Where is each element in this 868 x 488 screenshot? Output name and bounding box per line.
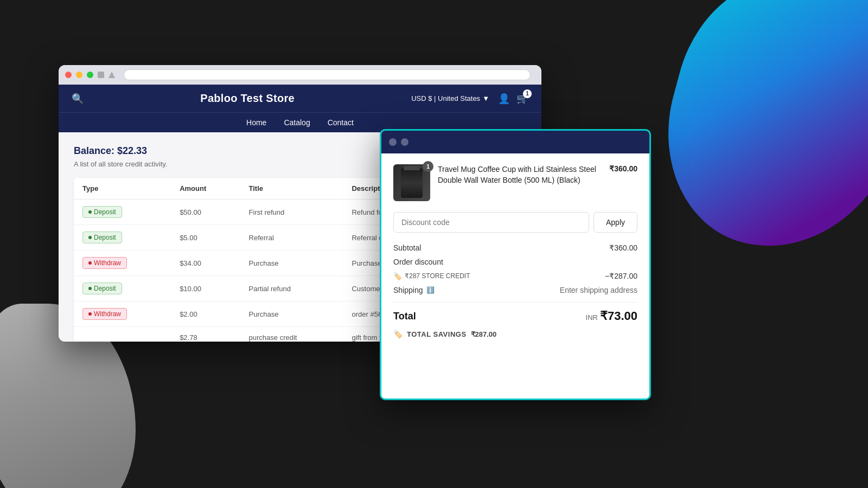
cell-title: First refund xyxy=(240,200,343,225)
cart-icon[interactable]: 🛒 1 xyxy=(516,93,528,105)
cell-type xyxy=(74,327,171,342)
store-header: 🔍 Pabloo Test Store USD $ | United State… xyxy=(59,85,541,112)
titlebar-square xyxy=(98,72,104,78)
product-row: 1 Travel Mug Coffee Cup with Lid Stainle… xyxy=(393,164,637,201)
titlebar-triangle xyxy=(108,72,115,78)
cart-badge: 1 xyxy=(523,89,532,98)
savings-value: ₹287.00 xyxy=(471,330,497,338)
subtotal-row: Subtotal ₹360.00 xyxy=(393,243,637,252)
cell-amount: $50.00 xyxy=(171,200,240,225)
browser-titlebar xyxy=(59,65,541,85)
subtotal-label: Subtotal xyxy=(393,243,421,252)
shipping-label: Shipping ℹ️ xyxy=(393,286,435,294)
subtotal-value: ₹360.00 xyxy=(609,243,637,252)
cell-amount: $10.00 xyxy=(171,276,240,301)
cell-type: Withdraw xyxy=(74,301,171,327)
total-row: Total INR ₹73.00 xyxy=(393,309,637,323)
info-icon: ℹ️ xyxy=(426,286,435,294)
store-navbar: 🔍 Pabloo Test Store USD $ | United State… xyxy=(59,85,541,132)
store-credit-label: 🏷️ ₹287 STORE CREDIT xyxy=(393,272,470,280)
divider xyxy=(393,302,637,303)
savings-label: TOTAL SAVINGS xyxy=(407,330,467,338)
cell-type: Deposit xyxy=(74,225,171,251)
store-credit-value: −₹287.00 xyxy=(605,272,637,280)
cell-type: Deposit xyxy=(74,200,171,225)
cart-dot-2 xyxy=(401,138,409,146)
discount-row: Apply xyxy=(393,212,637,233)
url-bar[interactable] xyxy=(124,69,531,80)
apply-button[interactable]: Apply xyxy=(593,212,637,233)
close-dot[interactable] xyxy=(65,72,72,78)
shipping-value: Enter shipping address xyxy=(560,286,637,294)
bg-decoration-right xyxy=(641,0,868,274)
nav-home[interactable]: Home xyxy=(246,118,266,127)
tag-icon: 🏷️ xyxy=(393,272,402,280)
cart-titlebar xyxy=(381,131,649,153)
product-qty: 1 xyxy=(423,161,433,172)
cell-type: Withdraw xyxy=(74,251,171,276)
col-title: Title xyxy=(240,178,343,200)
order-discount-label: Order discount xyxy=(393,258,443,266)
minimize-dot[interactable] xyxy=(76,72,82,78)
discount-input[interactable] xyxy=(393,212,589,233)
cell-title: Partial refund xyxy=(240,276,343,301)
total-label: Total xyxy=(393,311,416,322)
total-currency: INR xyxy=(586,313,598,322)
cell-title: purchase credit xyxy=(240,327,343,342)
total-value: INR ₹73.00 xyxy=(586,309,637,323)
cell-amount: $2.00 xyxy=(171,301,240,327)
chevron-down-icon: ▼ xyxy=(482,94,489,102)
product-mug xyxy=(401,168,423,198)
cart-overlay: 1 Travel Mug Coffee Cup with Lid Stainle… xyxy=(380,129,651,400)
savings-tag-icon: 🏷️ xyxy=(393,330,403,338)
product-lid xyxy=(404,166,420,170)
cell-amount: $34.00 xyxy=(171,251,240,276)
product-image-container: 1 xyxy=(393,164,430,201)
currency-selector[interactable]: USD $ | United States ▼ xyxy=(411,94,489,102)
order-discount-row: Order discount xyxy=(393,258,637,266)
col-amount: Amount xyxy=(171,178,240,200)
nav-contact[interactable]: Contact xyxy=(328,118,354,127)
cell-title: Referral xyxy=(240,225,343,251)
savings-row: 🏷️ TOTAL SAVINGS ₹287.00 xyxy=(393,330,637,338)
maximize-dot[interactable] xyxy=(87,72,93,78)
cell-amount: $2.78 xyxy=(171,327,240,342)
cell-title: Purchase xyxy=(240,301,343,327)
account-icon[interactable]: 👤 xyxy=(498,93,510,105)
cell-title: Purchase xyxy=(240,251,343,276)
product-name: Travel Mug Coffee Cup with Lid Stainless… xyxy=(438,164,602,185)
nav-catalog[interactable]: Catalog xyxy=(284,118,310,127)
header-right: USD $ | United States ▼ 👤 🛒 1 xyxy=(411,93,528,105)
cell-type: Deposit xyxy=(74,276,171,301)
store-title: Pabloo Test Store xyxy=(200,92,295,105)
product-price: ₹360.00 xyxy=(609,164,637,173)
shipping-row: Shipping ℹ️ Enter shipping address xyxy=(393,286,637,294)
product-info: Travel Mug Coffee Cup with Lid Stainless… xyxy=(438,164,602,188)
cart-dot-1 xyxy=(389,138,397,146)
search-icon[interactable]: 🔍 xyxy=(72,93,84,105)
store-credit-row: 🏷️ ₹287 STORE CREDIT −₹287.00 xyxy=(393,272,637,280)
col-type: Type xyxy=(74,178,171,200)
cart-body: 1 Travel Mug Coffee Cup with Lid Stainle… xyxy=(381,153,649,349)
cell-amount: $5.00 xyxy=(171,225,240,251)
store-icons: 👤 🛒 1 xyxy=(498,93,528,105)
